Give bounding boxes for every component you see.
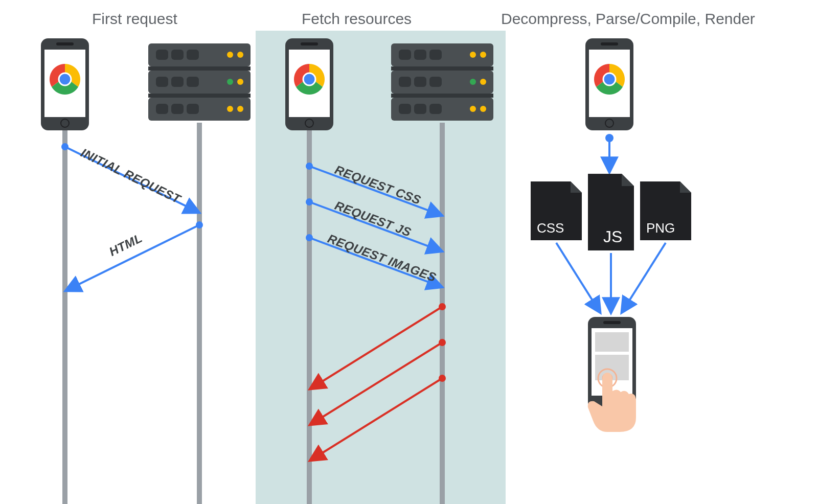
- arrow-png-to-render: [622, 243, 666, 312]
- svg-rect-8: [148, 94, 251, 98]
- svg-rect-42: [56, 42, 74, 45]
- svg-rect-22: [399, 50, 411, 60]
- svg-rect-3: [171, 50, 184, 60]
- svg-rect-15: [156, 104, 168, 114]
- svg-point-26: [480, 52, 486, 58]
- svg-rect-17: [187, 104, 199, 114]
- svg-rect-37: [429, 104, 442, 114]
- phone-chrome-icon-1: [41, 38, 89, 130]
- svg-point-12: [227, 79, 233, 85]
- svg-rect-56: [601, 42, 618, 45]
- server-icon-1: [148, 43, 251, 121]
- svg-point-13: [237, 79, 243, 85]
- svg-rect-23: [414, 50, 426, 60]
- svg-rect-16: [171, 104, 184, 114]
- svg-rect-49: [301, 42, 318, 45]
- diagram-svg: INITIAL REQUEST HTML REQUEST CSS REQUEST…: [0, 0, 818, 504]
- svg-point-6: [237, 52, 243, 58]
- file-png-icon: PNG: [640, 181, 691, 240]
- svg-rect-35: [399, 104, 411, 114]
- phone-chrome-icon-2: [285, 38, 333, 130]
- svg-rect-1: [148, 66, 251, 71]
- file-css-icon: CSS: [531, 181, 582, 240]
- file-png-label: PNG: [646, 220, 675, 236]
- svg-rect-10: [171, 77, 184, 87]
- svg-rect-72: [603, 321, 621, 324]
- svg-point-38: [470, 106, 476, 112]
- svg-point-19: [237, 106, 243, 112]
- file-js-icon: JS: [588, 174, 634, 250]
- svg-rect-29: [399, 77, 411, 87]
- svg-rect-36: [414, 104, 426, 114]
- svg-point-33: [480, 79, 486, 85]
- svg-rect-4: [187, 50, 199, 60]
- svg-rect-9: [156, 77, 168, 87]
- file-js-label: JS: [603, 227, 622, 246]
- svg-rect-21: [391, 66, 493, 71]
- svg-rect-74: [595, 332, 629, 352]
- svg-rect-31: [429, 77, 442, 87]
- file-css-label: CSS: [537, 220, 564, 236]
- svg-rect-28: [391, 94, 493, 98]
- svg-rect-11: [187, 77, 199, 87]
- svg-point-32: [470, 79, 476, 85]
- server-icon-2: [391, 43, 493, 121]
- phone-chrome-icon-3: [585, 38, 633, 130]
- arrow-css-to-render: [556, 243, 600, 312]
- svg-rect-2: [156, 50, 168, 60]
- svg-point-39: [480, 106, 486, 112]
- svg-point-25: [470, 52, 476, 58]
- svg-point-5: [227, 52, 233, 58]
- svg-rect-30: [414, 77, 426, 87]
- svg-point-18: [227, 106, 233, 112]
- svg-rect-24: [429, 50, 442, 60]
- label-initial-request: INITIAL REQUEST: [79, 146, 184, 207]
